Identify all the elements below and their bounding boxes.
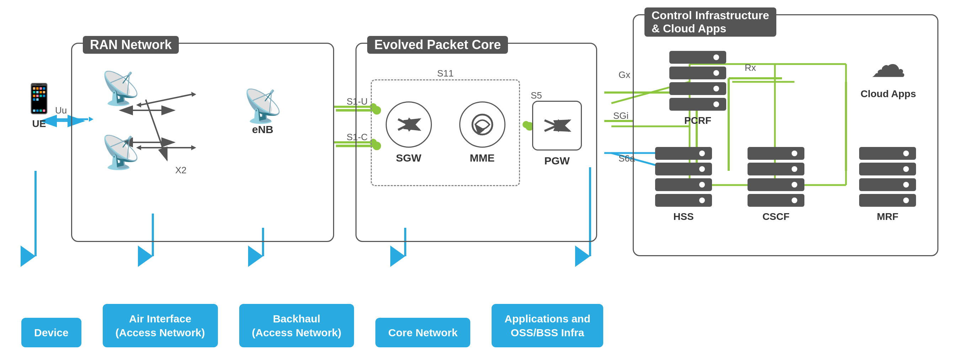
backhaul-label: Backhaul(Access Network): [239, 304, 355, 347]
cscf-server-1: [748, 147, 804, 160]
enb-label: eNB: [252, 123, 274, 136]
epc-title: Evolved Packet Core: [367, 36, 508, 54]
bottom-labels: Device Air Interface(Access Network) Bac…: [21, 304, 603, 347]
pgw-icon: [532, 101, 582, 150]
hss-label: HSS: [673, 211, 694, 222]
device-label: Device: [21, 318, 81, 347]
sgw-label: SGW: [396, 152, 422, 164]
diagram-container: 📱 UE Uu RAN Network 📡 📡 📡 eNB X2 S1-U S1…: [0, 0, 980, 358]
hss-server-2: [655, 163, 712, 176]
enb-tower: 📡 eNB: [243, 90, 283, 136]
hss-server-1: [655, 147, 712, 160]
hss-server-4: [655, 194, 712, 207]
ctrl-box: Control Infrastructure& Cloud Apps PCRF …: [633, 14, 939, 256]
ue-device: 📱 UE: [21, 82, 57, 129]
cscf-label: CSCF: [762, 211, 789, 222]
epc-box: Evolved Packet Core: [355, 43, 597, 242]
cloud-apps-node: ☁ Cloud Apps: [861, 44, 916, 100]
mme-node: MME: [459, 101, 506, 164]
pcrf-node: PCRF: [669, 51, 726, 126]
mrf-servers: [859, 147, 916, 207]
mrf-server-2: [859, 163, 916, 176]
ran-box: RAN Network 📡 📡 📡 eNB X2: [71, 43, 334, 242]
pcrf-server-3: [669, 82, 726, 95]
uu-label: Uu: [55, 105, 67, 116]
air-interface-label: Air Interface(Access Network): [103, 304, 218, 347]
mme-icon: [459, 101, 506, 148]
sgw-icon: [386, 101, 432, 148]
mrf-server-4: [859, 194, 916, 207]
hss-node: HSS: [655, 147, 712, 222]
phone-icon: 📱: [21, 82, 57, 115]
ran-title: RAN Network: [83, 36, 179, 54]
core-network-label: Core Network: [375, 318, 470, 347]
pcrf-label: PCRF: [684, 115, 711, 126]
cscf-node: CSCF: [748, 147, 804, 222]
ctrl-title: Control Infrastructure& Cloud Apps: [644, 8, 776, 37]
cscf-server-4: [748, 194, 804, 207]
pcrf-server-2: [669, 67, 726, 79]
hss-server-3: [655, 178, 712, 191]
cscf-servers: [748, 147, 804, 207]
hss-servers: [655, 147, 712, 207]
cloud-apps-label: Cloud Apps: [861, 88, 916, 100]
s11-label: S11: [437, 68, 453, 79]
s5-label: S5: [531, 90, 542, 101]
pcrf-server-4: [669, 98, 726, 111]
ue-label: UE: [32, 118, 46, 129]
sgw-node: SGW: [386, 101, 432, 164]
pcrf-server-1: [669, 51, 726, 64]
mrf-label: MRF: [877, 211, 899, 222]
mme-label: MME: [470, 152, 495, 164]
mrf-server-1: [859, 147, 916, 160]
pcrf-servers: [669, 51, 726, 111]
applications-label: Applications andOSS/BSS Infra: [492, 304, 603, 347]
cscf-server-3: [748, 178, 804, 191]
cscf-server-2: [748, 163, 804, 176]
mrf-server-3: [859, 178, 916, 191]
sgw-mme-box: SGW MME S11: [371, 79, 520, 186]
mrf-node: MRF: [859, 147, 916, 222]
cloud-icon: ☁: [870, 44, 906, 85]
gx-label: Gx: [619, 69, 630, 80]
tower-1: 📡: [100, 72, 140, 104]
sgi-label: SGi: [613, 110, 628, 121]
x2-label: X2: [175, 165, 187, 176]
tower-2: 📡: [100, 136, 140, 168]
pgw-label: PGW: [544, 155, 570, 167]
pgw-node: PGW: [532, 101, 582, 167]
